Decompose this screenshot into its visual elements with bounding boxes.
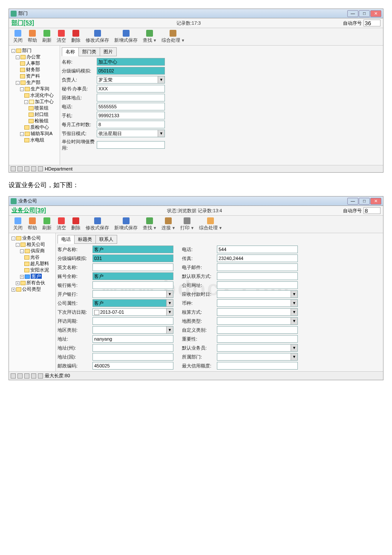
field-input[interactable]: 450025 bbox=[92, 362, 173, 370]
field-input[interactable] bbox=[92, 353, 173, 361]
tree-node[interactable]: -生产车间 bbox=[10, 86, 59, 92]
tree-node[interactable]: 超凡塑料 bbox=[10, 260, 55, 267]
tree-node[interactable]: -办公室 bbox=[10, 54, 59, 60]
field-input[interactable]: 加工中心 bbox=[97, 58, 165, 66]
field-input[interactable] bbox=[217, 362, 298, 370]
field-input[interactable]: 客户 bbox=[92, 246, 173, 253]
checkbox[interactable] bbox=[94, 310, 99, 315]
toolbar-button[interactable]: 修改式保存 bbox=[83, 217, 112, 232]
toolbar-button[interactable]: 清空 bbox=[54, 217, 69, 232]
field-input[interactable]: 5555555 bbox=[97, 103, 165, 110]
field-input[interactable] bbox=[217, 326, 298, 334]
expand-icon[interactable]: - bbox=[20, 87, 24, 91]
field-input[interactable] bbox=[217, 281, 298, 289]
field-input[interactable]: ▼ bbox=[217, 308, 298, 316]
tree-node[interactable]: 水泥化中心 bbox=[10, 92, 59, 98]
field-input[interactable] bbox=[97, 141, 165, 149]
tree-node[interactable]: -辅助车间A bbox=[10, 130, 59, 137]
field-input[interactable]: XXX bbox=[97, 85, 165, 92]
dropdown-icon[interactable]: ▼ bbox=[291, 300, 297, 306]
field-input[interactable]: 031 bbox=[92, 254, 173, 262]
tree-node[interactable]: -业务公司 bbox=[10, 235, 55, 241]
field-input[interactable]: 客户▼ bbox=[92, 299, 173, 307]
tree-node[interactable]: +公司类型 bbox=[10, 286, 55, 292]
dropdown-icon[interactable]: ▼ bbox=[158, 76, 164, 83]
toolbar-button[interactable]: 修改式保存 bbox=[83, 29, 112, 44]
close-button[interactable]: ✕ bbox=[370, 198, 381, 205]
dropdown-icon[interactable]: ▼ bbox=[166, 300, 173, 306]
field-input[interactable]: 544 bbox=[217, 246, 298, 253]
dropdown-icon[interactable]: ▼ bbox=[291, 318, 297, 324]
field-input[interactable]: ▼ bbox=[217, 290, 298, 298]
toolbar-button[interactable]: 删除 bbox=[69, 217, 83, 232]
tree-node[interactable]: 财务部 bbox=[10, 66, 59, 73]
dropdown-icon[interactable]: ▼ bbox=[291, 353, 297, 360]
toolbar-button[interactable]: 关闭 bbox=[11, 29, 25, 44]
toolbar-button[interactable]: 新增式保存 bbox=[112, 29, 140, 44]
tree-node[interactable]: +所有合伙 bbox=[10, 280, 55, 286]
tree-node[interactable]: 封口组 bbox=[10, 111, 59, 118]
toolbar-button[interactable]: 刷新 bbox=[40, 217, 54, 232]
expand-icon[interactable]: - bbox=[12, 237, 15, 240]
toolbar-button[interactable]: 清空 bbox=[54, 29, 69, 44]
tree-node[interactable]: 水电组 bbox=[10, 137, 59, 143]
field-input[interactable] bbox=[217, 272, 298, 280]
field-input[interactable] bbox=[92, 317, 173, 325]
tree-node[interactable]: 检验组 bbox=[10, 118, 59, 124]
tree-node[interactable]: -供应商 bbox=[10, 248, 55, 254]
toolbar-button[interactable]: 刷新 bbox=[40, 29, 54, 44]
field-input[interactable] bbox=[217, 263, 298, 271]
tree-node[interactable]: 资产科 bbox=[10, 73, 59, 79]
expand-icon[interactable]: - bbox=[20, 249, 24, 253]
field-input[interactable]: 99992133 bbox=[97, 112, 165, 119]
tree-node[interactable]: -相关公司 bbox=[10, 241, 55, 248]
auto-seq-input[interactable] bbox=[363, 207, 380, 214]
field-input[interactable]: ▼ bbox=[92, 326, 173, 334]
field-input[interactable]: ▼ bbox=[92, 290, 173, 298]
maximize-button[interactable]: □ bbox=[359, 198, 370, 205]
expand-icon[interactable]: - bbox=[20, 132, 24, 136]
dropdown-icon[interactable]: ▼ bbox=[166, 309, 173, 315]
field-input[interactable]: 23240,2444 bbox=[217, 254, 298, 262]
dropdown-icon[interactable]: ▼ bbox=[166, 327, 173, 333]
auto-seq-input[interactable] bbox=[363, 20, 380, 26]
toolbar-button[interactable]: 打印▼ bbox=[178, 217, 196, 232]
tree-node[interactable]: 质检中心 bbox=[10, 124, 59, 130]
close-button[interactable]: ✕ bbox=[370, 10, 381, 17]
tree-node[interactable]: 安阳水泥 bbox=[10, 267, 55, 273]
field-input[interactable]: 罗玉荣▼ bbox=[97, 76, 165, 84]
field-input[interactable]: 8 bbox=[97, 121, 165, 128]
field-input[interactable]: 客户 bbox=[92, 272, 173, 280]
field-input[interactable]: 依法星期日▼ bbox=[97, 130, 165, 137]
tree-node[interactable]: 喷装组 bbox=[10, 105, 59, 111]
expand-icon[interactable]: - bbox=[16, 243, 20, 247]
tab[interactable]: 联系人 bbox=[95, 235, 117, 244]
toolbar-button[interactable]: 综合处理▼ bbox=[196, 217, 225, 232]
expand-icon[interactable]: - bbox=[16, 55, 20, 59]
tree-node[interactable]: -部门 bbox=[10, 47, 59, 54]
minimize-button[interactable]: — bbox=[347, 10, 358, 17]
expand-icon[interactable]: - bbox=[12, 49, 15, 53]
field-input[interactable] bbox=[92, 344, 173, 352]
toolbar-button[interactable]: 删除 bbox=[69, 29, 83, 44]
field-input[interactable]: 2013-07-01▼ bbox=[92, 308, 173, 316]
field-input[interactable]: nanyang bbox=[92, 335, 173, 343]
toolbar-button[interactable]: 查找▼ bbox=[140, 217, 159, 232]
field-input[interactable]: ▼ bbox=[217, 299, 298, 307]
field-input[interactable] bbox=[92, 281, 173, 289]
field-input[interactable] bbox=[97, 94, 165, 101]
field-input[interactable]: ▼ bbox=[217, 353, 298, 361]
maximize-button[interactable]: □ bbox=[359, 10, 370, 17]
tab[interactable]: 名称 bbox=[62, 47, 79, 56]
field-input[interactable]: ▼ bbox=[217, 317, 298, 325]
toolbar-button[interactable]: 帮助 bbox=[25, 29, 40, 44]
field-input[interactable]: ▼ bbox=[217, 344, 298, 352]
field-input[interactable] bbox=[217, 335, 298, 343]
tab[interactable]: 部门类 bbox=[78, 47, 100, 56]
dropdown-icon[interactable]: ▼ bbox=[291, 291, 297, 298]
tab[interactable]: 电话 bbox=[58, 235, 75, 244]
toolbar-button[interactable]: 帮助 bbox=[25, 217, 40, 232]
tree-node[interactable]: 光谷 bbox=[10, 254, 55, 260]
tab[interactable]: 标题类 bbox=[74, 235, 96, 244]
toolbar-button[interactable]: 关闭 bbox=[11, 217, 25, 232]
